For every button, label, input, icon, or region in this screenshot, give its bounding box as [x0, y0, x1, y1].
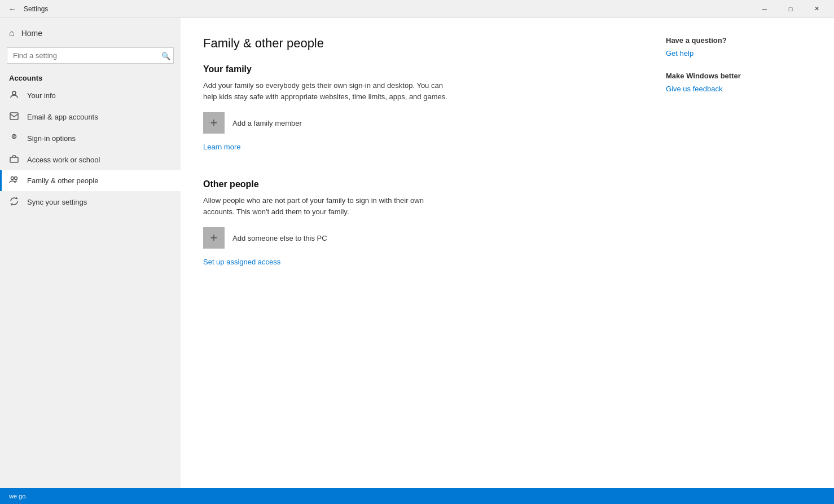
sidebar-item-sync-settings[interactable]: Sync your settings [0, 191, 181, 213]
bottom-bar: we go. [0, 488, 834, 504]
add-family-member-label: Add a family member [232, 119, 302, 127]
sidebar-item-sign-in-label: Sign-in options [27, 134, 76, 143]
search-input[interactable] [7, 47, 174, 64]
svg-rect-1 [10, 113, 18, 120]
sidebar-home[interactable]: ⌂ Home [0, 23, 181, 44]
sidebar-item-sign-in-options[interactable]: Sign-in options [0, 127, 181, 149]
assigned-access-link[interactable]: Set up assigned access [203, 258, 280, 266]
email-icon [9, 112, 19, 122]
sidebar-item-work-label: Access work or school [27, 156, 100, 164]
learn-more-link[interactable]: Learn more [203, 143, 240, 151]
add-other-person-row: + Add someone else to this PC [203, 227, 643, 249]
sidebar-home-label: Home [21, 29, 42, 38]
titlebar-title: Settings [24, 5, 48, 13]
add-other-person-label: Add someone else to this PC [232, 234, 327, 242]
svg-point-0 [12, 91, 16, 95]
minimize-button[interactable]: ─ [752, 0, 778, 18]
sidebar-section-title: Accounts [0, 70, 181, 85]
sign-in-icon [9, 133, 19, 144]
other-people-description: Allow people who are not part of your fa… [203, 195, 451, 217]
right-panel: Have a question? Get help Make Windows b… [643, 36, 779, 470]
other-people-section-title: Other people [203, 179, 643, 189]
get-help-link[interactable]: Get help [666, 49, 693, 58]
family-section-description: Add your family so everybody gets their … [203, 80, 451, 102]
page-title: Family & other people [203, 36, 643, 51]
have-question-title: Have a question? [666, 36, 779, 45]
close-button[interactable]: ✕ [804, 0, 829, 18]
sidebar-item-email-label: Email & app accounts [27, 113, 98, 121]
sidebar-item-your-info-label: Your info [27, 91, 56, 100]
sidebar-item-family-label: Family & other people [27, 176, 98, 185]
make-better-title: Make Windows better [666, 72, 779, 80]
main-content: Family & other people Your family Add yo… [203, 36, 643, 470]
svg-point-6 [15, 177, 17, 180]
have-question-section: Have a question? Get help [666, 36, 779, 58]
family-section: Your family Add your family so everybody… [203, 64, 643, 167]
sidebar-item-your-info[interactable]: Your info [0, 85, 181, 107]
sync-icon [9, 197, 19, 207]
window-controls: ─ □ ✕ [752, 0, 829, 18]
make-better-section: Make Windows better Give us feedback [666, 72, 779, 94]
search-icon-button[interactable]: 🔍 [161, 51, 170, 60]
search-box: 🔍 [7, 47, 174, 64]
sidebar-item-email-app-accounts[interactable]: Email & app accounts [0, 107, 181, 127]
add-other-person-button[interactable]: + [203, 227, 225, 249]
main-panel: Family & other people Your family Add yo… [181, 18, 834, 488]
home-icon: ⌂ [9, 28, 15, 38]
add-family-member-button[interactable]: + [203, 112, 225, 134]
sidebar-item-family-other-people[interactable]: Family & other people [0, 170, 181, 191]
back-button[interactable]: ← [5, 1, 20, 17]
sidebar-item-access-work-school[interactable]: Access work or school [0, 149, 181, 170]
svg-point-2 [12, 135, 16, 139]
family-section-title: Your family [203, 64, 643, 74]
sidebar-item-sync-label: Sync your settings [27, 198, 87, 206]
maximize-button[interactable]: □ [778, 0, 804, 18]
work-icon [9, 155, 19, 165]
titlebar: ← Settings ─ □ ✕ [0, 0, 834, 18]
sidebar: ⌂ Home 🔍 Accounts Your info [0, 18, 181, 488]
svg-rect-4 [10, 157, 18, 162]
bottom-bar-text: we go. [9, 493, 27, 499]
svg-point-3 [14, 136, 15, 138]
family-icon [9, 176, 19, 185]
svg-point-5 [11, 177, 14, 180]
give-feedback-link[interactable]: Give us feedback [666, 85, 722, 93]
your-info-icon [9, 90, 19, 101]
add-family-member-row: + Add a family member [203, 112, 643, 134]
app-body: ⌂ Home 🔍 Accounts Your info [0, 18, 834, 488]
other-people-section: Other people Allow people who are not pa… [203, 179, 643, 282]
